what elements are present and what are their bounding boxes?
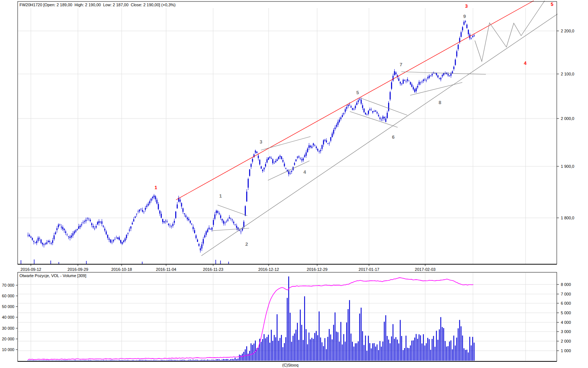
trendlines: [176, 1, 557, 256]
svg-text:5 000: 5 000: [561, 311, 571, 315]
svg-text:9: 9: [463, 14, 466, 19]
svg-text:1: 1: [219, 193, 222, 199]
svg-text:2: 2: [245, 241, 248, 247]
volume-bars: [28, 276, 474, 361]
svg-text:2017-02-03: 2017-02-03: [415, 267, 435, 272]
svg-text:2016-11-04: 2016-11-04: [156, 267, 176, 272]
svg-text:3 000: 3 000: [561, 329, 571, 334]
svg-text:1 000: 1 000: [561, 348, 571, 353]
svg-text:2 100,0: 2 100,0: [561, 72, 574, 76]
wave8-support: [410, 82, 462, 95]
svg-text:6 000: 6 000: [561, 301, 571, 305]
svg-text:2016-09-12: 2016-09-12: [21, 267, 41, 272]
svg-text:4 000: 4 000: [561, 320, 571, 325]
svg-text:5: 5: [551, 1, 553, 7]
svg-text:8 000: 8 000: [561, 282, 571, 287]
svg-text:2016-12-29: 2016-12-29: [307, 267, 327, 272]
wave-labels: 1345123456789: [154, 1, 553, 247]
svg-text:2016-09-29: 2016-09-29: [68, 267, 88, 272]
early-volume-ticks: [21, 259, 229, 264]
svg-text:10 000: 10 000: [2, 347, 14, 352]
svg-text:5: 5: [356, 90, 359, 95]
wave1-wedge-lower: [212, 228, 249, 231]
svg-text:30 000: 30 000: [2, 326, 14, 330]
svg-text:60 000: 60 000: [2, 294, 14, 298]
svg-text:2 200,0: 2 200,0: [561, 29, 574, 33]
svg-text:8: 8: [438, 100, 441, 105]
axes: 2 200,02 100,02 000,01 900,01 800,02016-…: [2, 1, 574, 361]
svg-text:3: 3: [259, 139, 262, 145]
svg-text:40 000: 40 000: [2, 315, 14, 319]
svg-text:1 900,0: 1 900,0: [561, 164, 574, 169]
svg-text:6: 6: [392, 134, 394, 140]
wave5-flag-lower: [350, 112, 398, 127]
gray-channel-support: [201, 14, 557, 256]
svg-text:2016-10-18: 2016-10-18: [111, 267, 132, 272]
svg-text:7: 7: [399, 62, 402, 67]
wave5-flag-upper: [360, 98, 407, 115]
svg-text:2017-01-17: 2017-01-17: [359, 267, 379, 272]
svg-text:2 000,0: 2 000,0: [561, 116, 574, 121]
svg-text:2 000: 2 000: [561, 339, 571, 343]
svg-text:2016-12-12: 2016-12-12: [258, 267, 279, 272]
svg-text:50 000: 50 000: [2, 304, 14, 309]
svg-text:20 000: 20 000: [2, 337, 14, 341]
svg-text:3: 3: [465, 3, 467, 9]
stooq-chart-window: 13451234567892 200,02 100,02 000,01 900,…: [0, 0, 588, 368]
svg-text:4: 4: [303, 169, 306, 175]
svg-text:1 800,0: 1 800,0: [561, 216, 574, 220]
svg-text:70 000: 70 000: [2, 283, 14, 287]
svg-text:2016-11-23: 2016-11-23: [203, 267, 223, 272]
red-resistance-line: [176, 1, 534, 200]
svg-text:4: 4: [524, 60, 527, 66]
credit-stooq: (C)Stooq: [254, 363, 327, 368]
svg-text:7 000: 7 000: [561, 292, 571, 296]
chart-canvas[interactable]: 13451234567892 200,02 100,02 000,01 900,…: [0, 0, 588, 368]
volume-panel-title: Otwarte Pozycje, VOL - Volume [309]: [19, 273, 86, 278]
price-panel-title: FW20H1720 [Open: 2 189,00 High: 2 190,00…: [19, 3, 176, 7]
wave1-wedge-upper: [218, 205, 247, 216]
svg-text:1: 1: [154, 185, 157, 190]
